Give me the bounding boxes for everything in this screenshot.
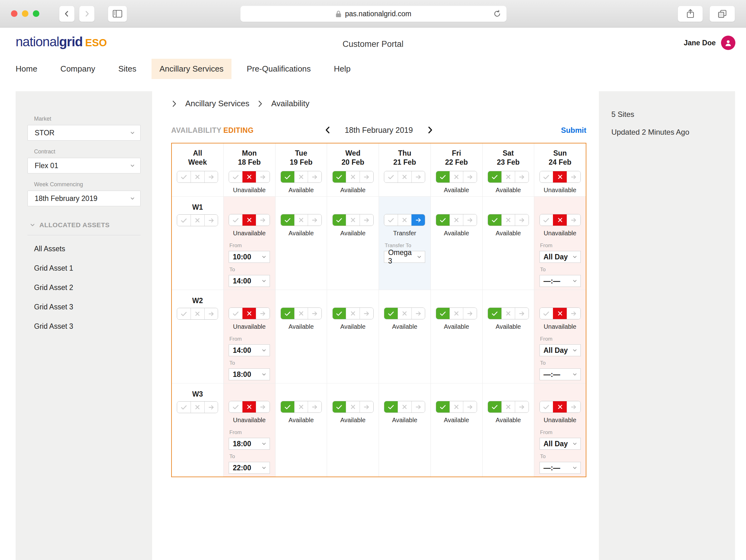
available-button[interactable]: [281, 214, 294, 226]
unavailable-button[interactable]: [242, 401, 256, 413]
unavailable-button[interactable]: [346, 401, 360, 413]
available-button[interactable]: [177, 401, 191, 413]
transfer-button[interactable]: [308, 171, 321, 183]
unavailable-button[interactable]: [450, 308, 463, 319]
tabs-overview-button[interactable]: [710, 6, 735, 22]
transfer-button[interactable]: [360, 308, 373, 319]
transfer-button[interactable]: [360, 401, 373, 413]
available-button[interactable]: [333, 214, 346, 226]
transfer-button[interactable]: [256, 308, 269, 319]
available-button[interactable]: [488, 401, 501, 413]
minimize-window-button[interactable]: [22, 10, 28, 17]
available-button[interactable]: [540, 401, 553, 413]
transfer-button[interactable]: [411, 214, 425, 226]
available-button[interactable]: [384, 171, 398, 183]
unavailable-button[interactable]: [553, 171, 567, 183]
available-button[interactable]: [333, 171, 346, 183]
transfer-button[interactable]: [204, 308, 218, 319]
unavailable-button[interactable]: [346, 171, 360, 183]
unavailable-button[interactable]: [346, 308, 360, 319]
zoom-window-button[interactable]: [33, 10, 39, 17]
unavailable-button[interactable]: [501, 401, 515, 413]
transfer-button[interactable]: [204, 401, 218, 413]
available-button[interactable]: [540, 171, 553, 183]
from-select-w3-sun[interactable]: All Day: [540, 438, 581, 450]
from-select-w2-mon[interactable]: 14:00: [229, 344, 270, 356]
address-bar[interactable]: pas.nationalgrid.com: [240, 6, 507, 22]
asset-item-grid-asset-3-3[interactable]: Grid Asset 3: [34, 303, 141, 311]
from-select-w3-mon[interactable]: 18:00: [229, 438, 270, 450]
transfer-button[interactable]: [463, 214, 477, 226]
unavailable-button[interactable]: [450, 171, 463, 183]
transfer-button[interactable]: [360, 214, 373, 226]
transfer-button[interactable]: [411, 401, 425, 413]
avatar[interactable]: [721, 36, 736, 50]
available-button[interactable]: [177, 171, 191, 183]
available-button[interactable]: [540, 214, 553, 226]
breadcrumb-item-ancillary-services[interactable]: Ancillary Services: [185, 99, 249, 108]
close-window-button[interactable]: [11, 10, 18, 17]
unavailable-button[interactable]: [450, 214, 463, 226]
asset-item-grid-asset-1-1[interactable]: Grid Asset 1: [34, 264, 141, 273]
to-select-w1-mon[interactable]: 14:00: [229, 275, 270, 287]
transfer-button[interactable]: [567, 171, 580, 183]
transfer-button[interactable]: [411, 308, 425, 319]
next-week-button[interactable]: [426, 125, 434, 135]
unavailable-button[interactable]: [398, 401, 411, 413]
available-button[interactable]: [229, 401, 242, 413]
available-button[interactable]: [488, 214, 501, 226]
unavailable-button[interactable]: [398, 308, 411, 319]
submit-button[interactable]: Submit: [561, 126, 586, 135]
transfer-button[interactable]: [515, 308, 528, 319]
unavailable-button[interactable]: [553, 308, 567, 319]
transfer-button[interactable]: [308, 308, 321, 319]
unavailable-button[interactable]: [501, 214, 515, 226]
unavailable-button[interactable]: [242, 308, 256, 319]
asset-item-all-assets-0[interactable]: All Assets: [34, 245, 141, 253]
allocated-assets-header[interactable]: ALLOCATED ASSETS: [29, 221, 141, 229]
unavailable-button[interactable]: [242, 214, 256, 226]
available-button[interactable]: [229, 308, 242, 319]
to-select-w2-mon[interactable]: 18:00: [229, 368, 270, 380]
unavailable-button[interactable]: [294, 214, 308, 226]
available-button[interactable]: [333, 308, 346, 319]
transfer-button[interactable]: [411, 171, 425, 183]
breadcrumb-item-availability[interactable]: Availability: [271, 99, 309, 108]
available-button[interactable]: [229, 214, 242, 226]
unavailable-button[interactable]: [191, 308, 204, 319]
transfer-button[interactable]: [256, 401, 269, 413]
unavailable-button[interactable]: [553, 401, 567, 413]
unavailable-button[interactable]: [294, 171, 308, 183]
available-button[interactable]: [177, 215, 191, 226]
transfer-button[interactable]: [567, 214, 580, 226]
nav-item-sites[interactable]: Sites: [118, 59, 137, 79]
nav-item-pre-qualifications[interactable]: Pre-Qualifications: [247, 59, 311, 79]
unavailable-button[interactable]: [242, 171, 256, 183]
to-select-w3-mon[interactable]: 22:00: [229, 462, 270, 474]
from-select-w1-sun[interactable]: All Day: [540, 251, 581, 263]
unavailable-button[interactable]: [294, 308, 308, 319]
transfer-button[interactable]: [204, 171, 218, 183]
nav-item-help[interactable]: Help: [334, 59, 350, 79]
contract-select[interactable]: Flex 01: [28, 158, 141, 173]
asset-item-grid-asset-2-2[interactable]: Grid Asset 2: [34, 283, 141, 292]
from-select-w2-sun[interactable]: All Day: [540, 344, 581, 356]
transfer-button[interactable]: [308, 214, 321, 226]
unavailable-button[interactable]: [398, 171, 411, 183]
unavailable-button[interactable]: [398, 214, 411, 226]
available-button[interactable]: [488, 171, 501, 183]
refresh-icon[interactable]: [493, 10, 501, 18]
transfer-button[interactable]: [463, 401, 477, 413]
unavailable-button[interactable]: [553, 214, 567, 226]
available-button[interactable]: [333, 401, 346, 413]
available-button[interactable]: [229, 171, 242, 183]
unavailable-button[interactable]: [191, 171, 204, 183]
unavailable-button[interactable]: [450, 401, 463, 413]
transfer-button[interactable]: [256, 171, 269, 183]
previous-week-button[interactable]: [323, 125, 332, 135]
transfer-button[interactable]: [256, 214, 269, 226]
unavailable-button[interactable]: [191, 215, 204, 226]
available-button[interactable]: [281, 308, 294, 319]
sidebar-toggle-button[interactable]: [108, 6, 127, 22]
transfer-button[interactable]: [515, 171, 528, 183]
